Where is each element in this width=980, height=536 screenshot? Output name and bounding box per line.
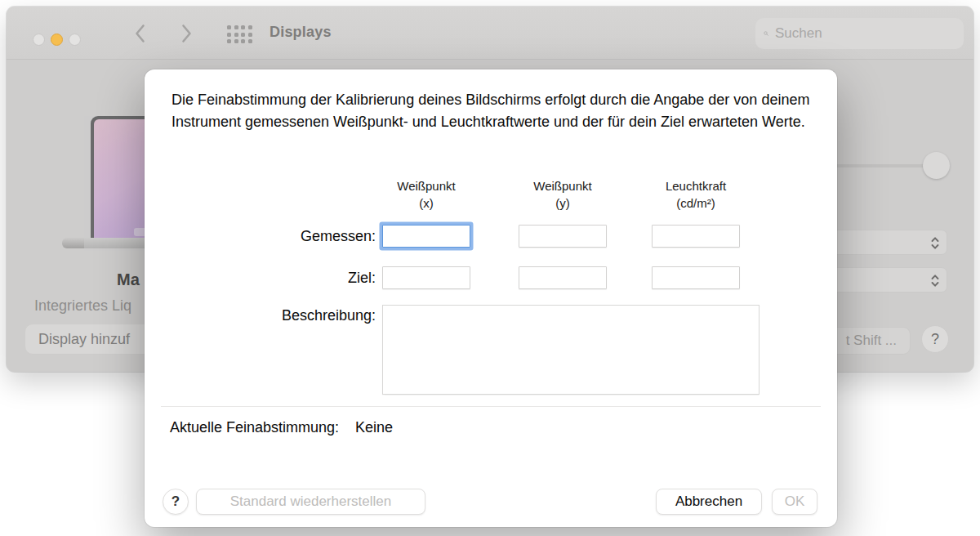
description-textarea[interactable] — [382, 305, 760, 395]
display-type-label: Integriertes Liq — [34, 297, 131, 315]
forward-button[interactable] — [176, 22, 198, 45]
zoom-window-button[interactable] — [69, 34, 81, 46]
target-row-label: Ziel: — [163, 270, 376, 287]
target-whitepoint-x-input[interactable] — [382, 266, 470, 289]
current-tuning-label: Aktuelle Feinabstimmung: — [170, 419, 339, 436]
search-input[interactable] — [775, 25, 956, 42]
measured-whitepoint-x-input[interactable] — [382, 225, 470, 248]
window-title: Displays — [270, 24, 332, 41]
column-header-whitepoint-y: Weißpunkt (y) — [501, 177, 624, 212]
ok-button[interactable]: OK — [772, 489, 817, 515]
chevron-left-icon — [134, 24, 145, 43]
minimize-window-button[interactable] — [51, 34, 63, 46]
back-button[interactable] — [129, 22, 150, 45]
chevron-up-down-icon — [929, 273, 941, 288]
divider — [161, 406, 821, 407]
background-help-button[interactable]: ? — [921, 325, 949, 353]
description-row-label: Beschreibung: — [163, 307, 376, 324]
traffic-lights — [33, 34, 81, 46]
cancel-button[interactable]: Abbrechen — [656, 489, 762, 515]
current-tuning-value: Keine — [355, 419, 393, 436]
show-all-preferences-grid-icon[interactable] — [227, 25, 252, 43]
chevron-right-icon — [181, 24, 193, 43]
search-field[interactable] — [755, 18, 964, 49]
display-name-label: Ma — [117, 270, 140, 289]
measured-whitepoint-y-input[interactable] — [519, 225, 607, 248]
brightness-slider-knob[interactable] — [923, 152, 950, 179]
sheet-help-button[interactable]: ? — [163, 489, 189, 515]
measured-luminance-input[interactable] — [652, 225, 740, 248]
search-icon — [764, 26, 768, 41]
target-whitepoint-y-input[interactable] — [519, 266, 607, 289]
calibration-fine-tune-sheet: Die Feinabstimmung der Kalibrierung dein… — [145, 69, 837, 527]
chevron-up-down-icon — [929, 235, 941, 251]
sheet-intro-text: Die Feinabstimmung der Kalibrierung dein… — [172, 89, 817, 133]
close-window-button[interactable] — [33, 34, 45, 46]
column-header-luminance: Leuchtkraft (cd/m²) — [635, 177, 757, 212]
titlebar: Displays — [7, 7, 973, 60]
restore-defaults-button[interactable]: Standard wiederherstellen — [196, 489, 425, 515]
column-header-whitepoint-x: Weißpunkt (x) — [365, 177, 488, 212]
measured-row-label: Gemessen: — [163, 228, 376, 245]
target-luminance-input[interactable] — [652, 266, 740, 289]
